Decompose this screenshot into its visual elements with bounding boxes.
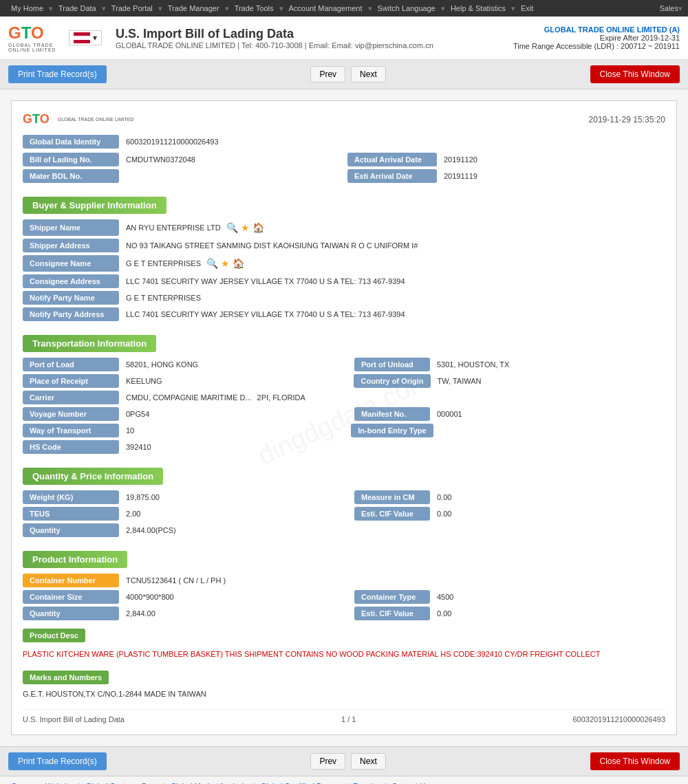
container-number-label: Container Number bbox=[23, 574, 119, 587]
consignee-home-icon[interactable]: 🏠 bbox=[233, 258, 244, 269]
sales-label: Sales bbox=[659, 4, 678, 12]
teus-label: TEUS bbox=[23, 507, 119, 521]
measure-in-cm-value: 0.00 bbox=[430, 490, 665, 504]
shipper-address-label: Shipper Address bbox=[23, 239, 119, 252]
record-card: GTO GLOBAL TRADE ONLINE LIMITED 2019-11-… bbox=[11, 100, 677, 735]
inbond-entry-type-label: In-bond Entry Type bbox=[351, 424, 433, 437]
esti-cif-value2-value: 0.00 bbox=[430, 607, 665, 620]
nav-trade-manager[interactable]: Trade Manager bbox=[162, 4, 225, 12]
nav-switch-language[interactable]: Switch Language bbox=[372, 4, 441, 12]
notify-party-address-value: LLC 7401 SECURITY WAY JERSEY VILLAGE TX … bbox=[119, 307, 665, 321]
top-navigation: My Home ▾ Trade Data ▾ Trade Portal ▾ Tr… bbox=[0, 0, 688, 17]
product-desc-section: Product Desc PLASTIC KITCHEN WARE (PLAST… bbox=[23, 624, 665, 664]
nav-exit[interactable]: Exit bbox=[515, 4, 539, 12]
weight-kg-value: 19,875.00 bbox=[119, 490, 354, 504]
teus-value: 2.00 bbox=[119, 507, 354, 521]
weight-kg-label: Weight (KG) bbox=[23, 490, 119, 504]
global-data-identity-value: 6003201911210000026493 bbox=[119, 135, 226, 149]
record-footer: U.S. Import Bill of Lading Data 1 / 1 60… bbox=[23, 709, 665, 723]
flag-selector[interactable]: ▾ bbox=[69, 30, 102, 45]
container-type-value: 4500 bbox=[430, 590, 665, 604]
place-of-receipt-label: Place of Receipt bbox=[23, 374, 119, 388]
quantity-value: 2,844.00(PCS) bbox=[119, 523, 665, 537]
close-button-top[interactable]: Close This Window bbox=[590, 65, 680, 83]
record-logo: GTO GLOBAL TRADE ONLINE LIMITED bbox=[23, 112, 134, 127]
buyer-supplier-section-header: Buyer & Supplier Information bbox=[23, 197, 166, 214]
nav-trade-portal[interactable]: Trade Portal bbox=[106, 4, 158, 12]
country-of-origin-value: TW, TAIWAN bbox=[431, 374, 665, 388]
bill-of-lading-value: CMDUTWN0372048 bbox=[119, 153, 347, 166]
nav-account-management[interactable]: Account Management bbox=[283, 4, 368, 12]
shipper-star-icon[interactable]: ★ bbox=[241, 222, 250, 233]
consignee-address-row: Consignee Address LLC 7401 SECURITY WAY … bbox=[23, 274, 665, 288]
consignee-address-label: Consignee Address bbox=[23, 274, 119, 288]
nav-trade-data[interactable]: Trade Data bbox=[53, 4, 102, 12]
consignee-star-icon[interactable]: ★ bbox=[221, 258, 230, 269]
inbond-entry-type-value bbox=[433, 424, 665, 437]
notify-party-name-label: Notify Party Name bbox=[23, 291, 119, 305]
container-size-label: Container Size bbox=[23, 590, 119, 604]
print-button-bottom[interactable]: Print Trade Record(s) bbox=[8, 752, 107, 770]
close-button-bottom[interactable]: Close This Window bbox=[590, 752, 680, 770]
marks-section: Marks and Numbers G.E.T. HOUSTON,TX C/NO… bbox=[23, 666, 665, 701]
notify-party-address-row: Notify Party Address LLC 7401 SECURITY W… bbox=[23, 307, 665, 321]
product-desc-label: Product Desc bbox=[23, 629, 85, 642]
shipper-search-icon[interactable]: 🔍 bbox=[226, 222, 238, 233]
place-of-receipt-value: KEELUNG bbox=[119, 374, 354, 388]
flag-arrow: ▾ bbox=[93, 33, 97, 43]
page-title: U.S. Import Bill of Lading Data bbox=[116, 27, 513, 41]
prev-button-bottom[interactable]: Prev bbox=[310, 753, 345, 770]
actual-arrival-date-label: Actual Arrival Date bbox=[347, 153, 437, 166]
port-of-unload-label: Port of Unload bbox=[354, 358, 430, 371]
bill-of-lading-label: Bill of Lading No. bbox=[23, 153, 119, 166]
record-header: GTO GLOBAL TRADE ONLINE LIMITED 2019-11-… bbox=[23, 112, 665, 127]
manifest-no-label: Manifest No. bbox=[354, 407, 430, 421]
manifest-no-value: 000001 bbox=[430, 407, 665, 421]
notify-party-name-value: G E T ENTERPRISES bbox=[119, 291, 665, 305]
mater-bol-row: Mater BOL No. Esti Arrival Date 20191119 bbox=[23, 169, 665, 183]
nav-trade-tools[interactable]: Trade Tools bbox=[229, 4, 279, 12]
next-button-top[interactable]: Next bbox=[351, 66, 386, 83]
voyage-number-value: 0PG54 bbox=[119, 407, 354, 421]
consignee-address-value: LLC 7401 SECURITY WAY JERSEY VILLAGE TX … bbox=[119, 274, 665, 288]
footer-page: 1 / 1 bbox=[341, 715, 356, 723]
marks-and-numbers-label: Marks and Numbers bbox=[23, 671, 109, 684]
port-of-load-value: 58201, HONG KONG bbox=[119, 358, 354, 371]
account-expire: Expire After 2019-12-31 bbox=[513, 34, 680, 42]
measure-in-cm-label: Measure in CM bbox=[354, 490, 430, 504]
account-info: GLOBAL TRADE ONLINE LIMITED (A) Expire A… bbox=[513, 25, 680, 50]
notify-party-name-row: Notify Party Name G E T ENTERPRISES bbox=[23, 291, 665, 305]
consignee-search-icon[interactable]: 🔍 bbox=[206, 258, 218, 269]
page-subtitle: GLOBAL TRADE ONLINE LIMITED | Tel: 400-7… bbox=[116, 41, 513, 50]
product-section-header: Product Information bbox=[23, 551, 127, 568]
shipper-name-label: Shipper Name bbox=[23, 219, 119, 236]
carrier-row: Carrier CMDU, COMPAGNIE MARITIME D... 2P… bbox=[23, 391, 665, 404]
prev-button-top[interactable]: Prev bbox=[310, 66, 345, 83]
print-button-top[interactable]: Print Trade Record(s) bbox=[8, 65, 107, 83]
container-number-value: TCNU5123641 ( CN / L / PH ) bbox=[119, 574, 665, 587]
next-button-bottom[interactable]: Next bbox=[351, 753, 386, 770]
header-bar: GTO GLOBAL TRADE ONLINE LIMITED ▾ U.S. I… bbox=[0, 17, 688, 60]
hs-code-row: HS Code 392410 bbox=[23, 440, 665, 454]
actual-arrival-date-value: 20191120 bbox=[437, 153, 665, 166]
shipper-home-icon[interactable]: 🏠 bbox=[252, 222, 264, 233]
consignee-name-label: Consignee Name bbox=[23, 255, 119, 272]
way-of-transport-label: Way of Transport bbox=[23, 424, 119, 437]
top-toolbar: Print Trade Record(s) Prev Next Close Th… bbox=[0, 60, 688, 89]
port-load-unload-row: Port of Load 58201, HONG KONG Port of Un… bbox=[23, 358, 665, 371]
esti-cif-value-value: 0.00 bbox=[430, 507, 665, 521]
marks-and-numbers-value: G.E.T. HOUSTON,TX C/NO.1-2844 MADE IN TA… bbox=[23, 687, 665, 701]
quantity-label: Quantity bbox=[23, 523, 119, 537]
site-footer: Company Website | Global Customs Data | … bbox=[0, 776, 688, 784]
nav-my-home[interactable]: My Home bbox=[6, 4, 49, 12]
notify-party-address-label: Notify Party Address bbox=[23, 307, 119, 321]
hs-code-value: 392410 bbox=[119, 440, 665, 454]
container-size-value: 4000*900*800 bbox=[119, 590, 354, 604]
hs-code-label: HS Code bbox=[23, 440, 119, 454]
port-of-unload-value: 5301, HOUSTON, TX bbox=[430, 358, 665, 371]
record-logo-subtitle: GLOBAL TRADE ONLINE LIMITED bbox=[58, 117, 134, 122]
carrier-label: Carrier bbox=[23, 391, 119, 404]
nav-help-statistics[interactable]: Help & Statistics bbox=[445, 4, 511, 12]
product-desc-value: PLASTIC KITCHEN WARE (PLASTIC TUMBLER BA… bbox=[23, 645, 665, 664]
main-content: GTO GLOBAL TRADE ONLINE LIMITED 2019-11-… bbox=[0, 89, 688, 746]
